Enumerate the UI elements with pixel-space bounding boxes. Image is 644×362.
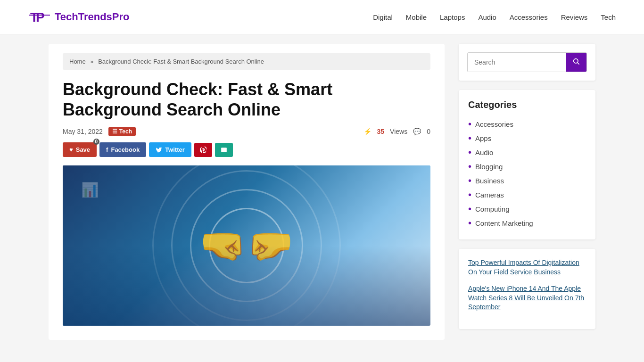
breadcrumb-home[interactable]: Home — [69, 58, 86, 65]
category-link-computing[interactable]: Computing — [475, 205, 510, 213]
facebook-icon: f — [106, 146, 108, 153]
category-link-audio[interactable]: Audio — [475, 148, 493, 156]
tag-icon: ☰ — [112, 128, 117, 135]
nav-laptops[interactable]: Laptops — [440, 13, 465, 21]
list-item: Apps — [468, 131, 586, 145]
facebook-button[interactable]: f Facebook — [99, 142, 146, 157]
recent-article-2[interactable]: Apple's New iPhone 14 And The Apple Watc… — [468, 284, 586, 312]
tag-label: Tech — [119, 128, 132, 135]
list-item: Content Marketing — [468, 216, 586, 230]
categories-title: Categories — [468, 99, 586, 110]
list-item: Business — [468, 173, 586, 188]
page-wrapper: Home » Background Check: Fast & Smart Ba… — [20, 34, 624, 349]
recent-article-1[interactable]: Top Powerful Impacts Of Digitalization O… — [468, 258, 586, 277]
sidebar-search-box — [459, 44, 595, 81]
article-title: Background Check: Fast & Smart Backgroun… — [63, 79, 430, 120]
twitter-button[interactable]: Twitter — [149, 142, 191, 157]
breadcrumb: Home » Background Check: Fast & Smart Ba… — [63, 53, 430, 70]
sidebar: Categories Accessories Apps Audio Bloggi… — [459, 44, 595, 340]
category-link-content-marketing[interactable]: Content Marketing — [475, 219, 533, 227]
search-input-row — [467, 52, 587, 72]
nav-audio[interactable]: Audio — [478, 13, 496, 21]
svg-text:P: P — [36, 10, 45, 25]
search-icon — [572, 58, 580, 65]
svg-point-4 — [574, 59, 578, 63]
lightning-icon: ⚡ — [363, 128, 372, 135]
views-label: Views — [390, 128, 407, 135]
pinterest-icon — [200, 147, 206, 153]
twitter-label: Twitter — [165, 146, 185, 153]
main-content: Home » Background Check: Fast & Smart Ba… — [49, 44, 445, 340]
nav-digital[interactable]: Digital — [373, 13, 393, 21]
pinterest-button[interactable] — [194, 143, 212, 157]
meta-left: May 31, 2022 ☰ Tech — [63, 127, 136, 136]
breadcrumb-current: Background Check: Fast & Smart Backgroun… — [98, 58, 264, 65]
list-item: Accessories — [468, 117, 586, 131]
svg-line-5 — [578, 63, 579, 65]
main-nav: Digital Mobile Laptops Audio Accessories… — [373, 13, 616, 21]
logo[interactable]: T P TechTrendsPro — [28, 6, 130, 28]
nav-accessories[interactable]: Accessories — [510, 13, 548, 21]
facebook-label: Facebook — [111, 146, 140, 153]
save-count: 0 — [93, 139, 100, 145]
article-hero-image: 🤜🤛 📊 — [63, 165, 430, 326]
sidebar-categories: Categories Accessories Apps Audio Bloggi… — [459, 90, 595, 239]
list-item: Blogging — [468, 159, 586, 173]
search-input[interactable] — [468, 53, 566, 72]
article-date: May 31, 2022 — [63, 128, 103, 135]
category-link-blogging[interactable]: Blogging — [475, 163, 503, 171]
heart-icon: ♥ — [69, 146, 73, 153]
nav-reviews[interactable]: Reviews — [561, 13, 588, 21]
category-link-apps[interactable]: Apps — [475, 134, 491, 142]
nav-mobile[interactable]: Mobile — [406, 13, 427, 21]
save-label: Save — [76, 146, 90, 153]
list-item: Audio — [468, 145, 586, 159]
comments-count: 0 — [427, 128, 430, 135]
save-button[interactable]: ♥ Save 0 — [63, 142, 97, 157]
email-button[interactable] — [215, 143, 233, 157]
category-link-accessories[interactable]: Accessories — [475, 120, 513, 128]
share-row: ♥ Save 0 f Facebook Twitter — [63, 142, 430, 157]
nav-tech[interactable]: Tech — [601, 13, 616, 21]
list-item: Computing — [468, 202, 586, 216]
site-header: T P TechTrendsPro Digital Mobile Laptops… — [0, 0, 644, 34]
meta-right: ⚡ 35 Views 💬 0 — [363, 128, 430, 135]
meta-row: May 31, 2022 ☰ Tech ⚡ 35 Views 💬 0 — [63, 127, 430, 136]
category-list: Accessories Apps Audio Blogging Business… — [468, 117, 586, 230]
logo-text: TechTrendsPro — [55, 11, 130, 23]
list-item: Cameras — [468, 188, 586, 202]
article-tag[interactable]: ☰ Tech — [108, 127, 136, 136]
twitter-icon — [156, 147, 162, 153]
sidebar-recent-articles: Top Powerful Impacts Of Digitalization O… — [459, 249, 595, 329]
views-count: 35 — [377, 128, 385, 135]
search-button[interactable] — [566, 53, 586, 72]
comment-icon: 💬 — [413, 128, 421, 135]
breadcrumb-separator: » — [90, 58, 93, 65]
logo-icon: T P — [28, 6, 51, 28]
category-link-business[interactable]: Business — [475, 177, 504, 185]
category-link-cameras[interactable]: Cameras — [475, 191, 504, 199]
email-icon — [221, 147, 227, 153]
